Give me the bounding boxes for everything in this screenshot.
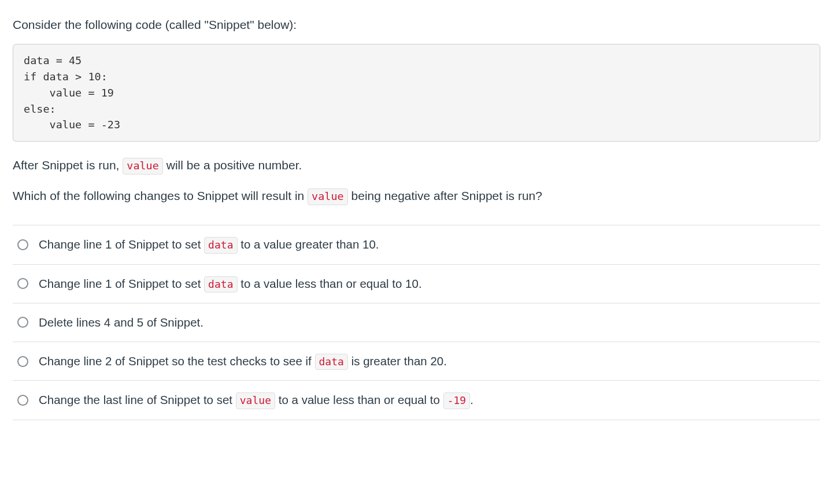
statement-after: will be a positive number. — [163, 158, 302, 172]
answer-text-segment: is greater than 20. — [348, 354, 447, 368]
answer-option[interactable]: Delete lines 4 and 5 of Snippet. — [13, 303, 820, 342]
answer-text-segment: Change line 2 of Snippet so the test che… — [39, 354, 315, 368]
answer-text-segment: to a value greater than 10. — [238, 238, 379, 251]
question-after: being negative after Snippet is run? — [348, 189, 542, 202]
statement-line: After Snippet is run, value will be a po… — [13, 157, 820, 175]
answer-text-segment: Change the last line of Snippet to set — [39, 393, 236, 406]
answer-text-segment: Change line 1 of Snippet to set — [39, 277, 204, 290]
answer-radio[interactable] — [17, 356, 28, 367]
inline-code: data — [204, 237, 237, 253]
question-intro: Consider the following code (called "Sni… — [13, 16, 820, 34]
answer-text-segment: . — [470, 393, 473, 406]
answer-option[interactable]: Change line 1 of Snippet to set data to … — [13, 225, 820, 264]
answer-option[interactable]: Change line 2 of Snippet so the test che… — [13, 342, 820, 380]
inline-code-value: value — [308, 188, 348, 205]
question-line: Which of the following changes to Snippe… — [13, 187, 820, 205]
answer-text-segment: to a value less than or equal to — [275, 393, 443, 406]
inline-code-value: value — [123, 158, 163, 175]
answer-radio[interactable] — [17, 395, 28, 406]
answer-text: Change line 1 of Snippet to set data to … — [39, 275, 820, 292]
inline-code: data — [315, 354, 348, 370]
statement-before: After Snippet is run, — [13, 158, 123, 172]
inline-code: value — [236, 392, 275, 409]
question-before: Which of the following changes to Snippe… — [13, 189, 308, 202]
answer-text: Change line 2 of Snippet so the test che… — [39, 353, 820, 370]
answer-radio[interactable] — [17, 239, 28, 250]
answer-text: Change line 1 of Snippet to set data to … — [39, 236, 820, 253]
answer-radio[interactable] — [17, 317, 28, 328]
answer-text-segment: Delete lines 4 and 5 of Snippet. — [39, 316, 203, 329]
answer-text-segment: Change line 1 of Snippet to set — [39, 238, 204, 251]
answer-option[interactable]: Change line 1 of Snippet to set data to … — [13, 264, 820, 303]
answer-text: Delete lines 4 and 5 of Snippet. — [39, 314, 820, 331]
answer-option[interactable]: Change the last line of Snippet to set v… — [13, 380, 820, 420]
answer-text-segment: to a value less than or equal to 10. — [238, 277, 422, 290]
code-snippet: data = 45 if data > 10: value = 19 else:… — [13, 44, 820, 142]
inline-code: -19 — [443, 392, 471, 409]
answer-text: Change the last line of Snippet to set v… — [39, 391, 820, 409]
answers-list: Change line 1 of Snippet to set data to … — [13, 225, 820, 420]
answer-radio[interactable] — [17, 278, 28, 289]
inline-code: data — [204, 276, 237, 292]
